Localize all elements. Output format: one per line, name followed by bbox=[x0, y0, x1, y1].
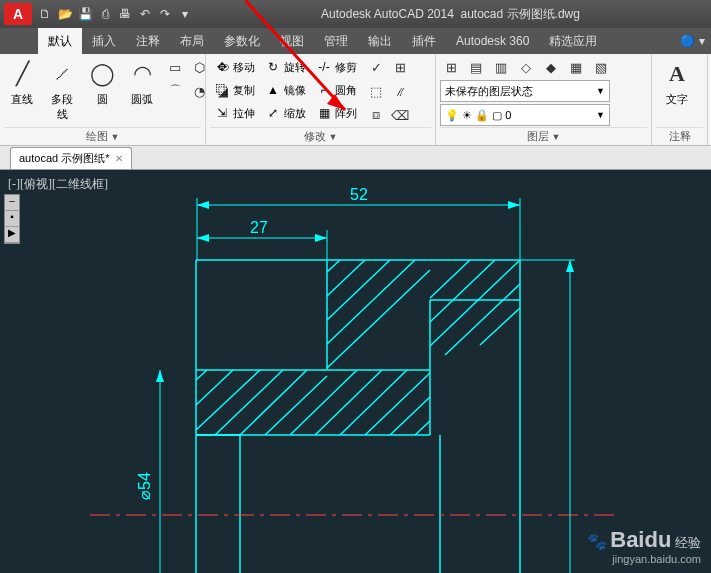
title-bar: 🗋 📂 💾 ⎙ 🖶 ↶ ↷ ▾ Autodesk AutoCAD 2014 au… bbox=[0, 0, 711, 28]
hatch-1 bbox=[196, 370, 430, 435]
tab-annotate[interactable]: 注释 bbox=[126, 28, 170, 54]
tab-manage[interactable]: 管理 bbox=[314, 28, 358, 54]
qat-save-icon[interactable]: 💾 bbox=[76, 5, 94, 23]
stretch-icon: ⇲ bbox=[214, 106, 230, 120]
tab-output[interactable]: 输出 bbox=[358, 28, 402, 54]
layer-btn-4[interactable]: ◇ bbox=[515, 56, 537, 78]
modify-side-5[interactable]: ⧈ bbox=[365, 104, 387, 126]
document-tab[interactable]: autocad 示例图纸* ✕ bbox=[10, 147, 132, 169]
fillet-button[interactable]: ⌐圆角 bbox=[312, 79, 361, 101]
panel-annot-title[interactable]: 注释 bbox=[656, 127, 703, 145]
quick-access-toolbar: 🗋 📂 💾 ⎙ 🖶 ↶ ↷ ▾ bbox=[36, 5, 194, 23]
ribbon: ╱直线 ⟋多段线 ◯圆 ◠圆弧 ▭ ⬡ ⬭ ⌒ ◔ ◢ 绘图▼ ✥移动 ↻旋转 … bbox=[0, 54, 711, 146]
qat-new-icon[interactable]: 🗋 bbox=[36, 5, 54, 23]
layer-state-combo[interactable]: 未保存的图层状态▼ bbox=[440, 80, 610, 102]
scale-icon: ⤢ bbox=[265, 106, 281, 120]
svg-line-38 bbox=[430, 260, 520, 346]
layer-btn-3[interactable]: ▥ bbox=[490, 56, 512, 78]
copy-button[interactable]: ⿻复制 bbox=[210, 79, 259, 101]
tab-insert[interactable]: 插入 bbox=[82, 28, 126, 54]
trim-icon: -/- bbox=[316, 60, 332, 74]
move-button[interactable]: ✥移动 bbox=[210, 56, 259, 78]
modify-side-1[interactable]: ✓ bbox=[365, 56, 387, 78]
tab-parametric[interactable]: 参数化 bbox=[214, 28, 270, 54]
chevron-down-icon[interactable]: ▾ bbox=[699, 34, 705, 48]
line-button[interactable]: ╱直线 bbox=[4, 56, 40, 109]
bullet-icon[interactable]: 🔵 bbox=[680, 34, 695, 48]
qat-plot-icon[interactable]: 🖶 bbox=[116, 5, 134, 23]
chevron-down-icon: ▼ bbox=[596, 110, 605, 120]
qat-undo-icon[interactable]: ↶ bbox=[136, 5, 154, 23]
rectangle-button[interactable]: ▭ bbox=[164, 56, 186, 78]
panel-layer: ⊞ ▤ ▥ ◇ ◆ ▦ ▧ 未保存的图层状态▼ 💡 ☀ 🔒 ▢ 0 ▼ 图层▼ bbox=[436, 54, 652, 145]
watermark: 🐾 Baidu 经验 jingyan.baidu.com bbox=[587, 527, 701, 565]
qat-open-icon[interactable]: 📂 bbox=[56, 5, 74, 23]
svg-line-33 bbox=[365, 373, 430, 435]
circle-button[interactable]: ◯圆 bbox=[84, 56, 120, 109]
panel-modify-title[interactable]: 修改▼ bbox=[210, 127, 431, 145]
qat-redo-icon[interactable]: ↷ bbox=[156, 5, 174, 23]
spline-button[interactable]: ⌒ bbox=[164, 80, 186, 102]
stretch-button[interactable]: ⇲拉伸 bbox=[210, 102, 259, 124]
ribbon-tabs: 默认 插入 注释 布局 参数化 视图 管理 输出 插件 Autodesk 360… bbox=[0, 28, 711, 54]
layer-btn-2[interactable]: ▤ bbox=[465, 56, 487, 78]
svg-line-42 bbox=[327, 260, 340, 272]
modify-side-3[interactable]: ⬚ bbox=[365, 80, 387, 102]
ribbon-tail: 🔵 ▾ bbox=[680, 28, 711, 54]
tab-default[interactable]: 默认 bbox=[38, 28, 82, 54]
layer-btn-6[interactable]: ▦ bbox=[565, 56, 587, 78]
svg-line-29 bbox=[265, 376, 327, 435]
tab-view[interactable]: 视图 bbox=[270, 28, 314, 54]
array-icon: ▦ bbox=[316, 106, 332, 120]
dim-27: 27 bbox=[250, 219, 268, 236]
modify-side-2[interactable]: ⊞ bbox=[389, 56, 411, 78]
move-icon: ✥ bbox=[214, 60, 230, 74]
layer-btn-7[interactable]: ▧ bbox=[590, 56, 612, 78]
modify-side-6[interactable]: ⌫ bbox=[389, 104, 411, 126]
circle-icon: ◯ bbox=[86, 58, 118, 90]
tab-layout[interactable]: 布局 bbox=[170, 28, 214, 54]
trim-button[interactable]: -/-修剪 bbox=[312, 56, 361, 78]
array-button[interactable]: ▦阵列 bbox=[312, 102, 361, 124]
app-menu-button[interactable] bbox=[4, 3, 32, 25]
svg-line-32 bbox=[340, 370, 407, 435]
panel-draw-title[interactable]: 绘图▼ bbox=[4, 127, 201, 145]
hatch-2 bbox=[327, 260, 520, 368]
document-tabs: autocad 示例图纸* ✕ bbox=[0, 146, 711, 170]
arc-button[interactable]: ◠圆弧 bbox=[124, 56, 160, 109]
scale-button[interactable]: ⤢缩放 bbox=[261, 102, 310, 124]
polyline-button[interactable]: ⟋多段线 bbox=[44, 56, 80, 124]
polyline-icon: ⟋ bbox=[46, 58, 78, 90]
svg-line-39 bbox=[445, 284, 520, 355]
qat-saveas-icon[interactable]: ⎙ bbox=[96, 5, 114, 23]
svg-line-31 bbox=[315, 370, 382, 435]
chevron-down-icon: ▼ bbox=[596, 86, 605, 96]
panel-layer-title[interactable]: 图层▼ bbox=[440, 127, 647, 145]
lock-icon: 🔒 bbox=[475, 109, 489, 122]
tab-a360[interactable]: Autodesk 360 bbox=[446, 28, 539, 54]
fillet-icon: ⌐ bbox=[316, 83, 332, 97]
tab-featured[interactable]: 精选应用 bbox=[539, 28, 607, 54]
panel-annotation: A文字 注释 bbox=[652, 54, 708, 145]
svg-line-26 bbox=[196, 370, 207, 380]
drawing-area[interactable]: [-][俯视][二维线框] – ▪ ▶ 52 27 bbox=[0, 170, 711, 573]
sun-icon: ☀ bbox=[462, 109, 472, 122]
mirror-icon: ▲ bbox=[265, 83, 281, 97]
layer-current-combo[interactable]: 💡 ☀ 🔒 ▢ 0 ▼ bbox=[440, 104, 610, 126]
panel-draw: ╱直线 ⟋多段线 ◯圆 ◠圆弧 ▭ ⬡ ⬭ ⌒ ◔ ◢ 绘图▼ bbox=[0, 54, 206, 145]
svg-line-34 bbox=[390, 397, 430, 435]
modify-side-4[interactable]: ⫽ bbox=[389, 80, 411, 102]
rotate-button[interactable]: ↻旋转 bbox=[261, 56, 310, 78]
qat-dropdown-icon[interactable]: ▾ bbox=[176, 5, 194, 23]
cad-canvas: 52 27 bbox=[0, 170, 711, 573]
layer-btn-5[interactable]: ◆ bbox=[540, 56, 562, 78]
text-button[interactable]: A文字 bbox=[656, 56, 698, 109]
close-tab-icon[interactable]: ✕ bbox=[115, 153, 123, 164]
tab-plugins[interactable]: 插件 bbox=[402, 28, 446, 54]
line-icon: ╱ bbox=[6, 58, 38, 90]
chevron-down-icon: ▼ bbox=[552, 132, 561, 142]
mirror-button[interactable]: ▲镜像 bbox=[261, 79, 310, 101]
color-swatch: ▢ bbox=[492, 109, 502, 122]
dim-d54: ⌀54 bbox=[136, 472, 153, 500]
layer-prop-button[interactable]: ⊞ bbox=[440, 56, 462, 78]
